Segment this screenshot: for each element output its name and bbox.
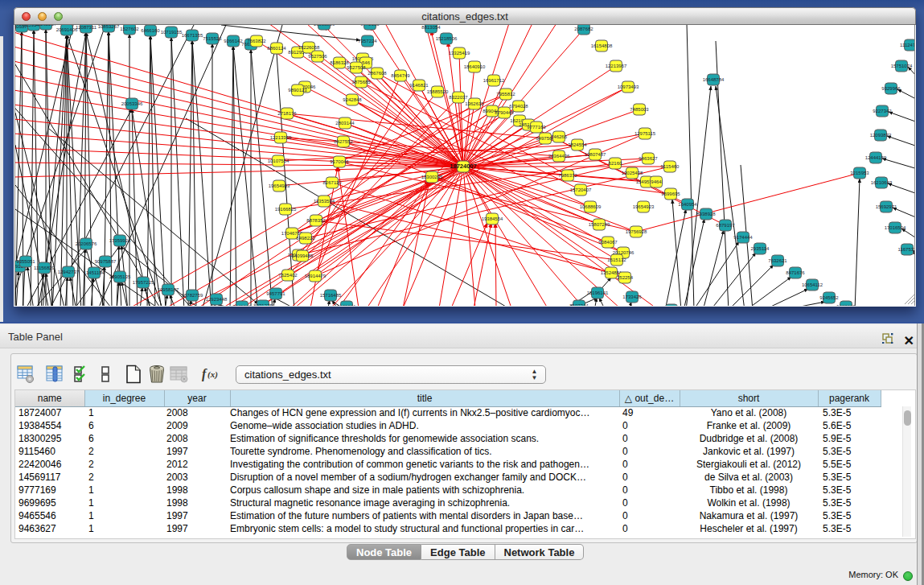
svg-text:2718176: 2718176 bbox=[277, 111, 297, 116]
svg-text:2935114: 2935114 bbox=[751, 246, 770, 251]
svg-text:6794028: 6794028 bbox=[509, 104, 528, 109]
svg-text:9355051: 9355051 bbox=[16, 259, 35, 264]
svg-text:9457791: 9457791 bbox=[266, 291, 285, 296]
svg-text:18724007: 18724007 bbox=[450, 163, 476, 170]
svg-text:9135501: 9135501 bbox=[337, 304, 356, 306]
svg-text:15807249: 15807249 bbox=[589, 222, 610, 227]
svg-text:3875685: 3875685 bbox=[351, 80, 371, 84]
svg-text:10853267: 10853267 bbox=[98, 25, 120, 29]
svg-text:15720407: 15720407 bbox=[570, 187, 592, 192]
svg-text:8454749: 8454749 bbox=[391, 73, 410, 78]
svg-text:20364436: 20364436 bbox=[548, 154, 570, 159]
svg-text:6879197: 6879197 bbox=[716, 223, 735, 228]
svg-text:90975887: 90975887 bbox=[95, 259, 117, 264]
svg-text:f: f bbox=[202, 367, 207, 381]
svg-text:9527506: 9527506 bbox=[308, 54, 327, 59]
svg-text:3824554: 3824554 bbox=[568, 142, 587, 147]
svg-text:8878352: 8878352 bbox=[306, 218, 326, 223]
svg-text:20206576: 20206576 bbox=[76, 241, 97, 246]
svg-text:15692971: 15692971 bbox=[876, 204, 897, 209]
svg-text:9115460: 9115460 bbox=[661, 164, 680, 169]
svg-text:16782759: 16782759 bbox=[182, 293, 203, 298]
svg-text:3215953: 3215953 bbox=[850, 171, 869, 175]
svg-text:9699695: 9699695 bbox=[661, 192, 680, 196]
svg-text:1615132: 1615132 bbox=[607, 257, 626, 262]
svg-text:9329966: 9329966 bbox=[881, 86, 901, 91]
svg-text:9266142: 9266142 bbox=[224, 39, 243, 43]
svg-text:16671355: 16671355 bbox=[182, 33, 203, 38]
svg-text:12087311: 12087311 bbox=[76, 25, 97, 30]
svg-text:12213967: 12213967 bbox=[606, 64, 627, 68]
svg-text:10807487: 10807487 bbox=[585, 152, 606, 157]
svg-text:18262217: 18262217 bbox=[35, 25, 57, 27]
svg-text:16210643: 16210643 bbox=[871, 180, 893, 185]
svg-text:17359924: 17359924 bbox=[109, 238, 131, 243]
svg-text:11124713: 11124713 bbox=[900, 43, 915, 47]
svg-text:11451194: 11451194 bbox=[84, 270, 105, 275]
svg-text:15716485: 15716485 bbox=[320, 293, 342, 298]
svg-text:19654983: 19654983 bbox=[269, 183, 290, 188]
svg-text:10958107: 10958107 bbox=[158, 287, 179, 292]
svg-text:10719155: 10719155 bbox=[161, 30, 183, 35]
svg-text:9146821: 9146821 bbox=[409, 83, 429, 88]
svg-text:9463627: 9463627 bbox=[639, 156, 658, 161]
svg-text:2803144: 2803144 bbox=[335, 121, 355, 126]
svg-text:8860124: 8860124 bbox=[267, 46, 286, 51]
svg-text:2867608: 2867608 bbox=[368, 71, 387, 76]
svg-text:746266: 746266 bbox=[551, 134, 568, 139]
svg-text:8938928: 8938928 bbox=[696, 212, 716, 216]
svg-text:11156829: 11156829 bbox=[34, 266, 55, 270]
svg-text:9777169: 9777169 bbox=[527, 125, 546, 130]
svg-text:7986372: 7986372 bbox=[558, 173, 577, 178]
svg-text:12213369: 12213369 bbox=[270, 135, 292, 140]
svg-text:9472185: 9472185 bbox=[360, 25, 380, 27]
svg-text:9527508: 9527508 bbox=[347, 65, 366, 70]
svg-text:14099489: 14099489 bbox=[292, 253, 314, 258]
svg-text:8813054: 8813054 bbox=[421, 25, 441, 30]
svg-text:19654923: 19654923 bbox=[633, 204, 655, 209]
svg-text:1527602: 1527602 bbox=[120, 27, 139, 31]
svg-text:9245012: 9245012 bbox=[232, 304, 252, 306]
svg-text:8931225: 8931225 bbox=[253, 303, 273, 306]
svg-text:8107344: 8107344 bbox=[569, 303, 589, 306]
svg-text:13226058: 13226058 bbox=[298, 45, 320, 50]
svg-text:16961712: 16961712 bbox=[483, 78, 505, 83]
svg-text:10654112: 10654112 bbox=[802, 282, 823, 287]
svg-text:16648784: 16648784 bbox=[703, 77, 725, 82]
svg-text:12942737: 12942737 bbox=[58, 270, 80, 274]
svg-text:11353594: 11353594 bbox=[314, 199, 335, 204]
svg-text:9890123: 9890123 bbox=[288, 88, 307, 93]
svg-text:15196141: 15196141 bbox=[587, 290, 609, 295]
svg-text:9242848: 9242848 bbox=[343, 97, 362, 102]
svg-text:1362615: 1362615 bbox=[465, 101, 484, 106]
svg-text:10107554: 10107554 bbox=[268, 159, 290, 163]
svg-text:2087682: 2087682 bbox=[574, 27, 593, 31]
svg-text:13325419: 13325419 bbox=[449, 51, 470, 56]
svg-text:16914479: 16914479 bbox=[305, 274, 326, 278]
svg-text:8790448: 8790448 bbox=[495, 110, 514, 115]
svg-text:5498222: 5498222 bbox=[296, 236, 315, 241]
svg-text:10025438: 10025438 bbox=[622, 171, 643, 175]
svg-text:8322037: 8322037 bbox=[449, 95, 468, 100]
svg-text:18640910: 18640910 bbox=[464, 64, 486, 69]
svg-text:15751074: 15751074 bbox=[891, 64, 913, 68]
svg-text:6466160: 6466160 bbox=[141, 28, 160, 33]
svg-text:9464: 9464 bbox=[651, 179, 662, 184]
svg-text:19166825: 19166825 bbox=[275, 207, 297, 212]
svg-text:12093872: 12093872 bbox=[870, 133, 892, 138]
svg-text:9427008: 9427008 bbox=[836, 304, 856, 306]
svg-text:15218506: 15218506 bbox=[436, 36, 458, 41]
svg-text:8267110: 8267110 bbox=[323, 180, 343, 185]
svg-text:7357224: 7357224 bbox=[358, 39, 377, 43]
svg-text:10973493: 10973493 bbox=[618, 84, 639, 89]
svg-text:7663822: 7663822 bbox=[247, 39, 266, 43]
svg-text:9170046: 9170046 bbox=[330, 159, 349, 164]
svg-text:1733426: 1733426 bbox=[622, 295, 642, 299]
svg-text:15885520: 15885520 bbox=[427, 89, 449, 94]
svg-text:9084067: 9084067 bbox=[598, 240, 618, 245]
svg-text:8471676: 8471676 bbox=[786, 270, 805, 275]
svg-text:252254: 252254 bbox=[617, 275, 634, 280]
svg-text:12905135: 12905135 bbox=[109, 274, 131, 279]
svg-text:10688609: 10688609 bbox=[580, 204, 602, 209]
svg-text:20053346: 20053346 bbox=[121, 101, 143, 106]
